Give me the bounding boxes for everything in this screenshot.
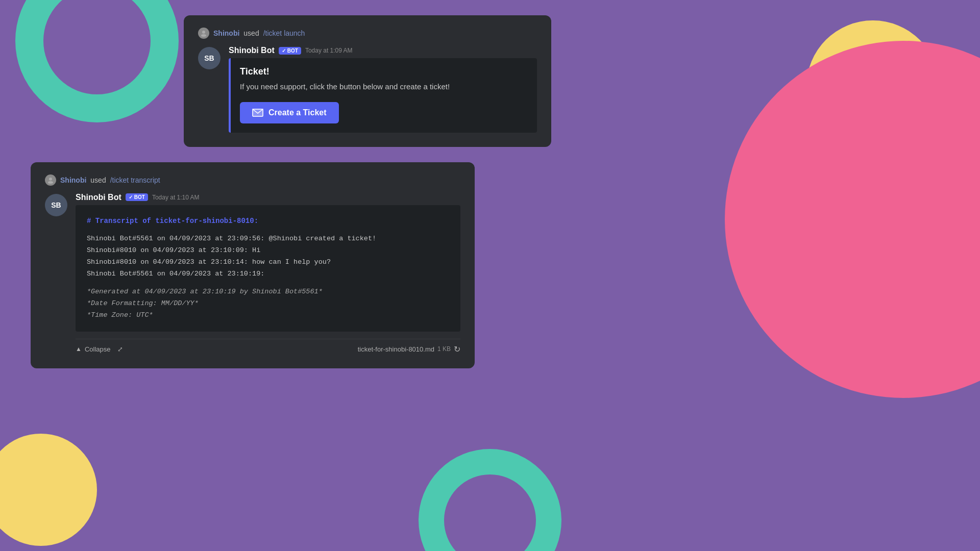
file-info: ticket-for-shinobi-8010.md 1 KB ↻ <box>358 344 460 354</box>
bot-name-2: Shinobi Bot <box>76 193 121 202</box>
generated-line-2: *Date Formatting: MM/DD/YY* <box>87 298 449 310</box>
footer-left: ▲ Collapse ⤢ <box>76 345 123 353</box>
transcript-footer: ▲ Collapse ⤢ ticket-for-shinobi-8010.md … <box>76 339 460 354</box>
transcript-lines: Shinobi Bot#5561 on 04/09/2023 at 23:09:… <box>87 233 449 280</box>
embed-description-1: If you need support, click the button be… <box>240 81 528 93</box>
transcript-line-3: Shinobi#8010 on 04/09/2023 at 23:10:14: … <box>87 257 449 268</box>
transcript-line-1: Shinobi Bot#5561 on 04/09/2023 at 23:09:… <box>87 233 449 245</box>
generated-line-1: *Generated at 04/09/2023 at 23:10:19 by … <box>87 286 449 298</box>
command-used-text-1: used <box>243 29 259 37</box>
message-content-2: Shinobi Bot ✓ BOT Today at 1:10 AM # Tra… <box>76 193 460 354</box>
svg-point-0 <box>202 31 205 34</box>
embed-title-1: Ticket! <box>240 66 528 77</box>
transcript-generated-info: *Generated at 04/09/2023 at 23:10:19 by … <box>87 286 449 321</box>
svg-point-1 <box>201 34 206 37</box>
ticket-transcript-card: Shinobi used /ticket transcript SB Shino… <box>31 162 475 368</box>
generated-line-3: *Time Zone: UTC* <box>87 310 449 321</box>
embed-card-1: Ticket! If you need support, click the b… <box>229 58 537 133</box>
command-username-1: Shinobi <box>213 29 239 37</box>
create-ticket-button[interactable]: Create a Ticket <box>240 102 339 123</box>
command-text-1: /ticket launch <box>263 29 305 37</box>
transcript-title: # Transcript of ticket-for-shinobi-8010: <box>87 215 449 228</box>
file-name: ticket-for-shinobi-8010.md <box>358 345 434 353</box>
message-content-1: Shinobi Bot ✓ BOT Today at 1:09 AM Ticke… <box>229 46 537 133</box>
avatar-2: SB <box>45 194 67 216</box>
ticket-launch-card: Shinobi used /ticket launch SB Shinobi B… <box>184 15 551 147</box>
file-size: 1 KB <box>437 345 451 353</box>
checkmark-icon-2: ✓ <box>129 194 133 200</box>
chevron-up-icon: ▲ <box>76 345 82 353</box>
create-ticket-label: Create a Ticket <box>268 108 327 117</box>
bot-badge-2: ✓ BOT <box>126 193 148 201</box>
timestamp-1: Today at 1:09 AM <box>305 47 353 54</box>
command-line-1: Shinobi used /ticket launch <box>198 28 537 39</box>
envelope-icon <box>252 109 263 117</box>
collapse-label: Collapse <box>85 345 111 353</box>
checkmark-icon-1: ✓ <box>282 48 286 54</box>
collapse-button[interactable]: ▲ Collapse <box>76 345 110 353</box>
timestamp-2: Today at 1:10 AM <box>152 194 200 201</box>
message-row-2: SB Shinobi Bot ✓ BOT Today at 1:10 AM # … <box>45 193 460 354</box>
command-user-avatar-2 <box>45 174 56 186</box>
message-row-1: SB Shinobi Bot ✓ BOT Today at 1:09 AM Ti… <box>198 46 537 133</box>
command-line-2: Shinobi used /ticket transcript <box>45 174 460 186</box>
message-header-2: Shinobi Bot ✓ BOT Today at 1:10 AM <box>76 193 460 202</box>
content-wrapper: Shinobi used /ticket launch SB Shinobi B… <box>0 0 980 551</box>
svg-point-5 <box>48 181 53 184</box>
avatar-1: SB <box>198 47 220 69</box>
transcript-line-4: Shinobi Bot#5561 on 04/09/2023 at 23:10:… <box>87 268 449 280</box>
expand-button[interactable]: ⤢ <box>117 345 123 353</box>
command-used-text-2: used <box>90 176 106 184</box>
transcript-line-2: Shinobi#8010 on 04/09/2023 at 23:10:09: … <box>87 245 449 257</box>
command-username-2: Shinobi <box>60 176 86 184</box>
command-user-avatar-1 <box>198 28 209 39</box>
message-header-1: Shinobi Bot ✓ BOT Today at 1:09 AM <box>229 46 537 55</box>
transcript-embed: # Transcript of ticket-for-shinobi-8010:… <box>76 205 460 332</box>
bot-name-1: Shinobi Bot <box>229 46 275 55</box>
bot-badge-1: ✓ BOT <box>279 47 301 55</box>
command-text-2: /ticket transcript <box>110 176 160 184</box>
svg-point-4 <box>49 178 52 181</box>
expand-icon: ⤢ <box>117 345 123 353</box>
download-icon[interactable]: ↻ <box>454 344 460 354</box>
